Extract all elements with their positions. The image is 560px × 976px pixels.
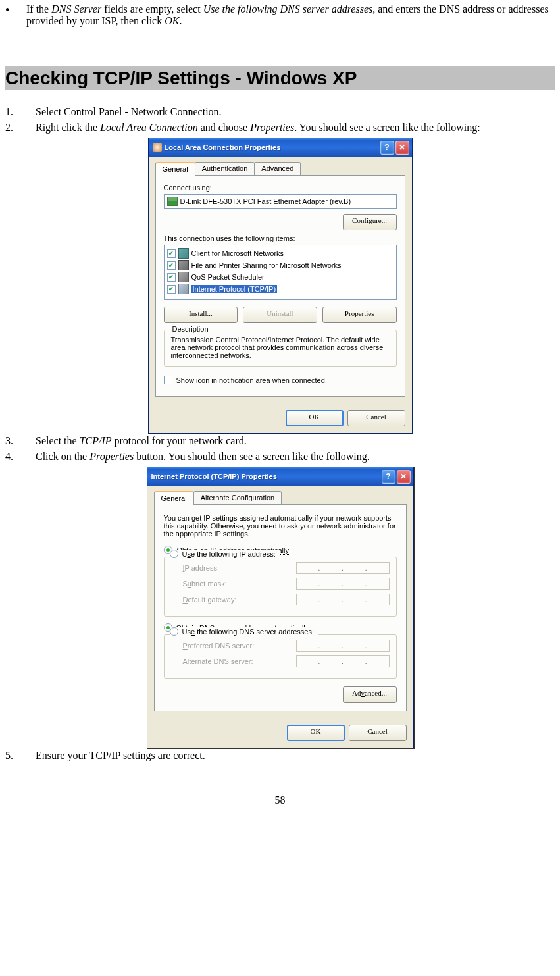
title-text: Local Area Connection Properties	[165, 143, 281, 151]
cancel-button[interactable]: Cancel	[347, 410, 405, 426]
list-item[interactable]: ✔ Internet Protocol (TCP/IP)	[167, 283, 394, 295]
pref-dns-label: Preferred DNS server:	[183, 642, 255, 650]
desc-text: Transmission Control Protocol/Internet P…	[171, 336, 390, 359]
checkbox-icon[interactable]: ✔	[167, 273, 176, 282]
alt-dns-label: Alternate DNS server:	[183, 657, 253, 665]
close-icon[interactable]: ✕	[397, 470, 411, 484]
gateway-input: ...	[296, 594, 390, 605]
num: 5.	[5, 750, 36, 761]
title-text: Internet Protocol (TCP/IP) Properties	[151, 473, 277, 480]
t: fields are empty, select	[101, 3, 203, 14]
subnet-input: ...	[296, 578, 390, 590]
step-5: 5. Ensure your TCP/IP settings are corre…	[5, 750, 555, 761]
item-label: QoS Packet Scheduler	[191, 273, 265, 281]
t: .	[179, 15, 182, 26]
adapter-field: D-Link DFE-530TX PCI Fast Ethernet Adapt…	[164, 194, 397, 209]
configure-button[interactable]: CConfigure...onfigure...	[343, 214, 397, 230]
use-ip-label: Use the following IP address:	[182, 550, 276, 558]
install-button[interactable]: Install...	[164, 307, 238, 323]
checkbox-icon[interactable]: ✔	[167, 285, 176, 294]
t: Click on the	[36, 451, 89, 462]
num: 3.	[5, 435, 36, 447]
t: TCP/IP	[80, 435, 112, 446]
uninstall-button: Uninstall	[243, 307, 317, 323]
desc-title: Description	[170, 325, 211, 333]
step-2: 2. Right click the Local Area Connection…	[5, 122, 555, 134]
text: Ensure your TCP/IP settings are correct.	[36, 750, 555, 761]
client-icon	[178, 248, 189, 259]
checkbox-icon[interactable]: ✔	[167, 249, 176, 258]
item-label: File and Printer Sharing for Microsoft N…	[191, 261, 342, 269]
share-icon	[178, 260, 189, 270]
t: button. You should then see a screen lik…	[134, 451, 370, 462]
radio-icon[interactable]	[170, 627, 178, 636]
subnet-label: Subnet mask:	[183, 580, 227, 588]
subnet-row: Subnet mask: ...	[183, 578, 390, 590]
tab-authentication[interactable]: Authentication	[195, 162, 255, 175]
gateway-label: Default gateway:	[183, 596, 237, 604]
step-3: 3. Select the TCP/IP protocol for your n…	[5, 435, 555, 447]
list-item[interactable]: ✔ Client for Microsoft Networks	[167, 247, 394, 259]
description-group: Description Transmission Control Protoco…	[164, 330, 397, 367]
radio-icon[interactable]	[170, 550, 178, 558]
t: protocol for your network card.	[112, 435, 247, 446]
step-4: 4. Click on the Properties button. You s…	[5, 451, 555, 463]
titlebar[interactable]: Local Area Connection Properties ? ✕	[149, 138, 412, 157]
lac-properties-dialog: Local Area Connection Properties ? ✕ Gen…	[148, 138, 413, 434]
show-icon-checkbox[interactable]: ✔	[164, 376, 172, 384]
tab-alternate[interactable]: Alternate Configuration	[193, 491, 282, 504]
t: Local Area Connection	[100, 122, 197, 133]
step-1: 1. Select Control Panel - Network Connec…	[5, 106, 555, 118]
t: Select the	[36, 435, 80, 446]
tcpip-icon	[178, 284, 189, 294]
tcpip-properties-dialog: Internet Protocol (TCP/IP) Properties ? …	[147, 467, 414, 748]
use-ip-radio[interactable]: Use the following IP address:	[170, 550, 280, 558]
item-label-selected: Internet Protocol (TCP/IP)	[191, 285, 278, 293]
text: Select the TCP/IP protocol for your netw…	[36, 435, 555, 447]
tab-general[interactable]: General	[154, 491, 194, 505]
t: and choose	[198, 122, 251, 133]
use-dns-radio[interactable]: Use the following DNS server addresses:	[170, 627, 318, 636]
advanced-button[interactable]: Advanced...	[343, 686, 397, 703]
ip-input: ...	[296, 562, 390, 574]
help-icon[interactable]: ?	[382, 470, 395, 484]
list-item[interactable]: ✔ File and Printer Sharing for Microsoft…	[167, 259, 394, 271]
tab-strip: General Alternate Configuration	[154, 491, 407, 505]
list-item[interactable]: ✔ QoS Packet Scheduler	[167, 271, 394, 283]
ok-button[interactable]: OK	[287, 725, 345, 741]
page-number: 58	[5, 794, 555, 806]
titlebar-icon	[153, 143, 162, 152]
tab-advanced[interactable]: Advanced	[254, 162, 301, 175]
page-heading: Checking TCP/IP Settings - Windows XP	[5, 66, 555, 90]
t: Properties	[250, 122, 294, 133]
items-listbox[interactable]: ✔ Client for Microsoft Networks ✔ File a…	[164, 245, 397, 300]
show-icon-label: Show icon in notification area when conn…	[176, 376, 325, 384]
adapter-name: D-Link DFE-530TX PCI Fast Ethernet Adapt…	[180, 197, 351, 205]
checkbox-icon[interactable]: ✔	[167, 261, 176, 270]
tab-general[interactable]: General	[155, 162, 195, 176]
intro-text: You can get IP settings assigned automat…	[164, 514, 397, 538]
use-following-label: Use the following DNS server addresses	[203, 3, 373, 14]
ip-label: IP address:	[183, 564, 219, 572]
ok-label: OK	[165, 15, 179, 26]
close-icon[interactable]: ✕	[395, 141, 409, 155]
t: Properties	[89, 451, 134, 462]
titlebar[interactable]: Internet Protocol (TCP/IP) Properties ? …	[147, 467, 413, 486]
text: Click on the Properties button. You shou…	[36, 451, 555, 463]
num: 1.	[5, 106, 36, 118]
connect-using-label: Connect using:	[164, 184, 397, 192]
intro-text: If the DNS Server fields are empty, sele…	[26, 3, 555, 27]
pref-dns-row: Preferred DNS server: ...	[183, 640, 390, 652]
alt-dns-row: Alternate DNS server: ...	[183, 655, 390, 667]
pref-dns-input: ...	[296, 640, 390, 652]
qos-icon	[178, 272, 189, 282]
num: 2.	[5, 122, 36, 134]
ok-button[interactable]: OK	[286, 410, 344, 426]
t: . You should see a screen like the follo…	[294, 122, 480, 133]
ip-address-row: IP address: ...	[183, 562, 390, 574]
properties-button[interactable]: Properties	[322, 307, 397, 323]
dns-server-label: DNS Server	[51, 3, 101, 14]
intro-bullet: • If the DNS Server fields are empty, se…	[5, 3, 555, 27]
cancel-button[interactable]: Cancel	[349, 725, 407, 741]
help-icon[interactable]: ?	[380, 141, 394, 155]
